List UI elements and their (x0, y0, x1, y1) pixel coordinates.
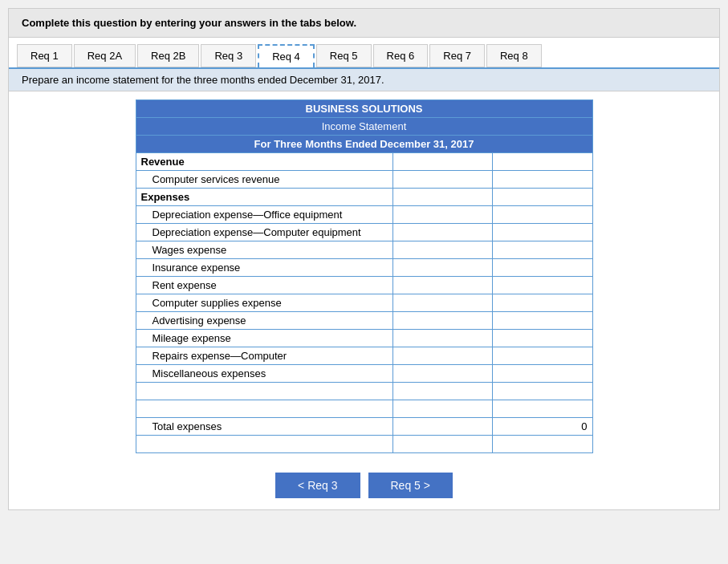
category-input (393, 189, 493, 206)
item-label: Wages expense (136, 241, 393, 259)
empty-input-cell[interactable] (393, 383, 493, 400)
item-label: Advertising expense (136, 312, 393, 330)
item-value-cell (493, 277, 592, 294)
item-label: Repairs expense—Computer (136, 347, 393, 365)
total-value: 0 (493, 418, 592, 436)
table-row (136, 400, 592, 418)
item-label: Miscellaneous expenses (136, 365, 393, 383)
empty-input[interactable] (398, 385, 487, 397)
table-period: For Three Months Ended December 31, 2017 (136, 136, 592, 153)
item-label: Computer supplies expense (136, 294, 393, 312)
table-row: Computer services revenue (136, 171, 592, 189)
table-row (136, 436, 592, 453)
item-value-cell (493, 312, 592, 330)
category-input (393, 153, 493, 171)
section-description: Prepare an income statement for the thre… (9, 69, 719, 91)
table-subtitle: Income Statement (136, 118, 592, 136)
tab-req5[interactable]: Req 5 (316, 44, 372, 67)
item-label: Depreciation expense—Office equipment (136, 206, 393, 224)
instruction-bar: Complete this question by entering your … (9, 9, 719, 38)
tab-req2a[interactable]: Req 2A (74, 44, 136, 67)
empty-input[interactable] (398, 438, 487, 450)
prev-button[interactable]: < Req 3 (275, 473, 360, 498)
table-row: Repairs expense—Computer (136, 347, 592, 365)
table-row: Depreciation expense—Computer equipment (136, 224, 592, 241)
main-container: Complete this question by entering your … (8, 8, 720, 510)
table-row: Wages expense (136, 241, 592, 259)
tab-req7[interactable]: Req 7 (429, 44, 485, 67)
item-label: Insurance expense (136, 259, 393, 277)
item-input[interactable] (398, 350, 487, 362)
category-value (493, 153, 592, 171)
item-input[interactable] (398, 314, 487, 327)
total-input[interactable] (398, 420, 487, 432)
empty-value (493, 400, 592, 418)
item-value-cell (493, 241, 592, 259)
item-input[interactable] (398, 226, 487, 238)
empty-value (493, 436, 592, 453)
table-row: Revenue (136, 153, 592, 171)
table-title: BUSINESS SOLUTIONS (136, 100, 592, 118)
tab-req4[interactable]: Req 4 (258, 44, 315, 67)
tab-req1[interactable]: Req 1 (17, 44, 72, 67)
item-input-cell[interactable] (393, 277, 493, 294)
table-row: Depreciation expense—Office equipment (136, 206, 592, 224)
table-row (136, 383, 592, 400)
item-value-cell (493, 206, 592, 224)
item-input-cell[interactable] (393, 259, 493, 277)
item-input[interactable] (398, 367, 487, 379)
table-wrapper: BUSINESS SOLUTIONS Income Statement For … (9, 91, 719, 461)
item-value-cell (493, 347, 592, 365)
category-label: Revenue (136, 153, 393, 171)
empty-input-cell[interactable] (393, 436, 493, 453)
item-input[interactable] (398, 332, 487, 344)
item-input-cell[interactable] (393, 294, 493, 312)
empty-input-cell[interactable] (393, 400, 493, 418)
item-value-cell (493, 330, 592, 347)
item-label: Rent expense (136, 277, 393, 294)
table-row: Miscellaneous expenses (136, 365, 592, 383)
item-input[interactable] (398, 209, 487, 221)
item-value-cell (493, 365, 592, 383)
tab-bar: Req 1Req 2AReq 2BReq 3Req 4Req 5Req 6Req… (9, 38, 719, 69)
item-input-cell[interactable] (393, 171, 493, 189)
item-input-cell[interactable] (393, 224, 493, 241)
table-row: Rent expense (136, 277, 592, 294)
empty-label (136, 436, 393, 453)
tab-req8[interactable]: Req 8 (486, 44, 542, 67)
next-button[interactable]: Req 5 > (368, 473, 453, 498)
item-input[interactable] (398, 173, 487, 185)
instruction-text: Complete this question by entering your … (22, 17, 356, 29)
total-input-cell[interactable] (393, 418, 493, 436)
tab-req2b[interactable]: Req 2B (137, 44, 199, 67)
nav-buttons: < Req 3 Req 5 > (9, 461, 719, 509)
tab-req6[interactable]: Req 6 (373, 44, 429, 67)
table-row: Advertising expense (136, 312, 592, 330)
tab-req3[interactable]: Req 3 (201, 44, 256, 67)
table-row: Expenses (136, 189, 592, 206)
item-input[interactable] (398, 297, 487, 309)
item-input[interactable] (398, 262, 487, 274)
empty-label (136, 400, 393, 418)
item-input-cell[interactable] (393, 365, 493, 383)
item-label: Computer services revenue (136, 171, 393, 189)
item-input[interactable] (398, 279, 487, 291)
item-value-cell (493, 171, 592, 189)
item-input-cell[interactable] (393, 206, 493, 224)
category-label: Expenses (136, 189, 393, 206)
item-input-cell[interactable] (393, 312, 493, 330)
item-value-cell (493, 294, 592, 312)
item-input-cell[interactable] (393, 330, 493, 347)
empty-value (493, 383, 592, 400)
total-label: Total expenses (136, 418, 393, 436)
empty-label (136, 383, 393, 400)
item-input-cell[interactable] (393, 347, 493, 365)
empty-input[interactable] (398, 403, 487, 415)
table-row: Insurance expense (136, 259, 592, 277)
table-row: Mileage expense (136, 330, 592, 347)
item-input[interactable] (398, 244, 487, 256)
table-row: Computer supplies expense (136, 294, 592, 312)
table-row: Total expenses0 (136, 418, 592, 436)
item-input-cell[interactable] (393, 241, 493, 259)
item-value-cell (493, 224, 592, 241)
